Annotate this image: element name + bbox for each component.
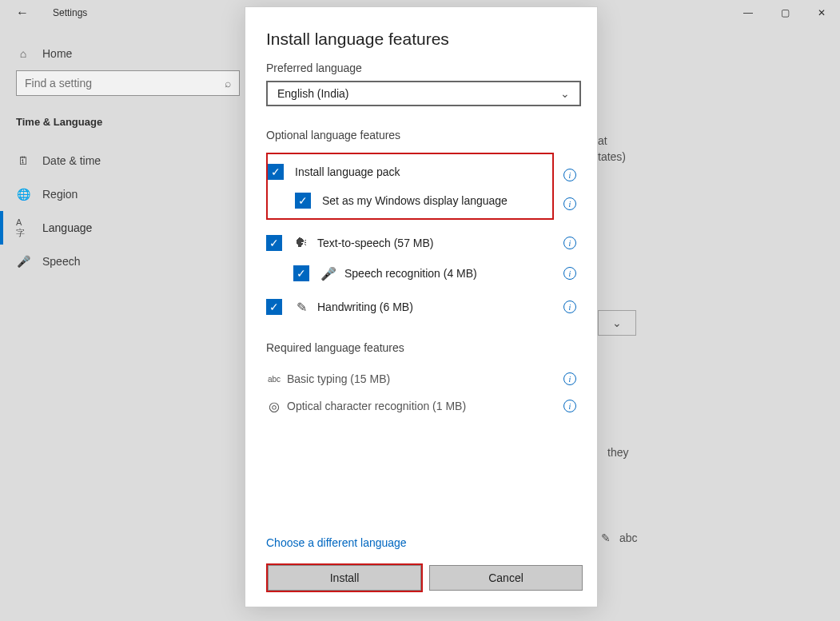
highlight-annotation: ✓ Install language pack ✓ Set as my Wind… xyxy=(266,153,554,220)
dropdown-value: English (India) xyxy=(277,87,349,100)
required-label: Optical character recognition (1 MB) xyxy=(287,400,466,412)
highlight-annotation: Install xyxy=(266,563,423,592)
feature-install-pack: ✓ Install language pack xyxy=(268,157,552,186)
checkbox-handwriting[interactable]: ✓ xyxy=(266,299,282,315)
info-icon[interactable]: i xyxy=(563,267,576,280)
info-icon[interactable]: i xyxy=(563,400,576,412)
info-icon[interactable]: i xyxy=(563,301,576,313)
microphone-icon: 🎤 xyxy=(320,266,336,281)
required-features-label: Required language features xyxy=(266,341,576,354)
feature-handwriting: ✓ ✎ Handwriting (6 MB) i xyxy=(266,292,576,322)
feature-label: Install language pack xyxy=(295,165,552,178)
tts-icon: 🗣 xyxy=(293,236,309,250)
required-basic-typing: abc Basic typing (15 MB) i xyxy=(266,365,576,392)
feature-label: Speech recognition (4 MB) xyxy=(344,267,576,280)
checkbox-tts[interactable]: ✓ xyxy=(266,235,282,251)
feature-tts: ✓ 🗣 Text-to-speech (57 MB) i xyxy=(266,228,576,258)
ocr-icon: ◎ xyxy=(266,399,282,414)
feature-label: Handwriting (6 MB) xyxy=(317,301,576,313)
install-button[interactable]: Install xyxy=(268,565,421,591)
preferred-language-dropdown[interactable]: English (India) ⌄ xyxy=(266,81,581,106)
typing-icon: abc xyxy=(266,375,282,384)
preferred-language-label: Preferred language xyxy=(266,62,576,74)
cancel-button[interactable]: Cancel xyxy=(429,565,583,591)
dialog-title: Install language features xyxy=(266,30,576,49)
required-ocr: ◎ Optical character recognition (1 MB) i xyxy=(266,392,576,420)
handwriting-icon: ✎ xyxy=(293,300,309,315)
info-icon[interactable]: i xyxy=(563,372,576,385)
checkbox-set-display[interactable]: ✓ xyxy=(295,193,311,209)
optional-features-label: Optional language features xyxy=(266,129,576,141)
info-icon[interactable]: i xyxy=(563,237,576,249)
info-icon[interactable]: i xyxy=(563,169,576,181)
feature-speech-rec: ✓ 🎤 Speech recognition (4 MB) i xyxy=(266,258,576,289)
checkbox-install-pack[interactable]: ✓ xyxy=(268,164,284,180)
required-label: Basic typing (15 MB) xyxy=(287,372,390,385)
feature-label: Set as my Windows display language xyxy=(322,194,552,207)
feature-label: Text-to-speech (57 MB) xyxy=(317,237,576,249)
choose-different-language-link[interactable]: Choose a different language xyxy=(266,536,576,549)
checkbox-speech-rec[interactable]: ✓ xyxy=(293,265,309,281)
chevron-down-icon: ⌄ xyxy=(560,87,570,100)
feature-set-display: ✓ Set as my Windows display language xyxy=(268,186,552,215)
info-icon[interactable]: i xyxy=(563,197,576,210)
install-language-dialog: Install language features Preferred lang… xyxy=(245,6,598,607)
